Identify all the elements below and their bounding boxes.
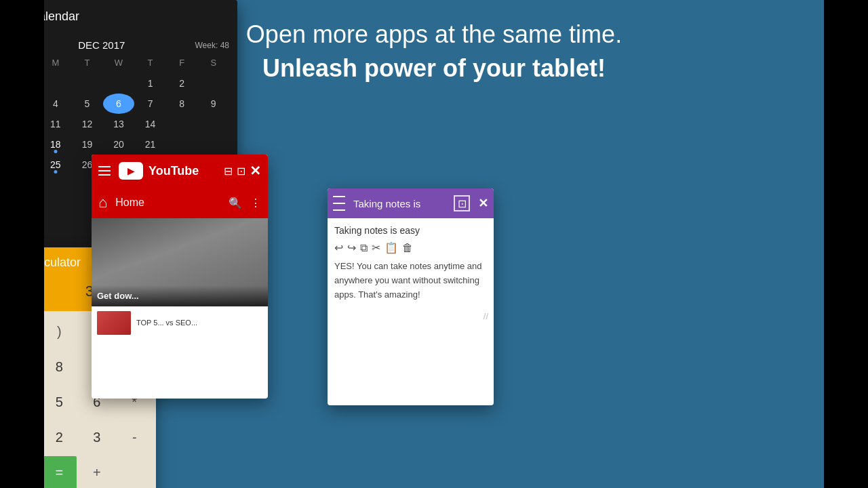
cal-day-empty xyxy=(166,114,198,134)
notes-menu-icon[interactable] xyxy=(333,196,348,211)
black-bar-right xyxy=(824,0,868,488)
notes-window: Taking notes is ⊡ ✕ Taking notes is easy… xyxy=(328,188,494,405)
youtube-nav-label: Home xyxy=(115,197,220,209)
notes-undo-btn[interactable]: ↩ xyxy=(334,241,343,254)
calc-btn-empty xyxy=(117,456,153,488)
notes-paste-btn[interactable]: 📋 xyxy=(384,241,398,254)
notes-titlebar: Taking notes is ⊡ ✕ xyxy=(328,188,494,218)
header-line1: Open more apps at the same time. xyxy=(0,20,868,49)
youtube-more-icon[interactable]: ⋮ xyxy=(250,197,261,209)
cal-day-4[interactable]: 4 xyxy=(40,94,72,114)
notes-maximize-btn[interactable]: ⊡ xyxy=(454,195,470,211)
youtube-controls: ⊟ ⊡ ✕ xyxy=(224,163,261,179)
header: Open more apps at the same time. Unleash… xyxy=(0,20,868,83)
youtube-thumbnail: Get dow... xyxy=(92,218,268,306)
cal-day-8[interactable]: 8 xyxy=(166,94,198,114)
cal-day-6[interactable]: 6 xyxy=(103,94,135,114)
cal-day-11[interactable]: 11 xyxy=(40,114,72,134)
youtube-minimize-btn[interactable]: ⊟ xyxy=(224,165,233,178)
notes-title: Taking notes is xyxy=(353,198,448,209)
cal-day-18[interactable]: 18 xyxy=(40,134,72,155)
youtube-menu-icon[interactable] xyxy=(98,163,113,178)
calc-btn-equals[interactable]: = xyxy=(42,456,77,488)
notes-body: Taking notes is easy ↩ ↪ ⧉ ✂ 📋 🗑 YES! Yo… xyxy=(328,218,494,308)
header-line2: Unleash power of your tablet! xyxy=(0,54,868,83)
calc-btn-5[interactable]: 5 xyxy=(42,386,77,418)
black-bar-left xyxy=(0,0,44,488)
cal-day-7[interactable]: 7 xyxy=(134,94,166,114)
youtube-nav: ⌂ Home 🔍 ⋮ xyxy=(92,187,268,218)
notes-close-btn[interactable]: ✕ xyxy=(478,196,488,211)
youtube-window: YouTube ⊟ ⊡ ✕ ⌂ Home 🔍 ⋮ Get dow... TOP … xyxy=(92,155,268,399)
notes-text: YES! You can take notes anytime and anyw… xyxy=(334,260,487,302)
youtube-search-icon[interactable]: 🔍 xyxy=(229,197,242,209)
notes-redo-btn[interactable]: ↪ xyxy=(347,241,356,254)
youtube-maximize-btn[interactable]: ⊡ xyxy=(237,165,245,178)
cal-day-empty xyxy=(166,134,198,155)
notes-cut-btn[interactable]: ✂ xyxy=(372,241,380,254)
cal-day-19[interactable]: 19 xyxy=(71,134,103,155)
cal-day-14[interactable]: 14 xyxy=(134,114,166,134)
calc-btn-8[interactable]: 8 xyxy=(42,350,77,383)
cal-day-empty xyxy=(197,114,229,134)
cal-day-9[interactable]: 9 xyxy=(197,94,229,114)
cal-day-25[interactable]: 25 xyxy=(40,155,72,175)
youtube-title: YouTube xyxy=(149,164,218,178)
youtube-list-item[interactable]: TOP 5... vs SEO... xyxy=(92,306,268,339)
youtube-close-btn[interactable]: ✕ xyxy=(250,163,261,179)
calc-btn-2[interactable]: 2 xyxy=(42,421,77,453)
youtube-list-thumb xyxy=(97,311,131,335)
notes-toolbar: ↩ ↪ ⧉ ✂ 📋 🗑 xyxy=(334,241,487,254)
calc-btn-3[interactable]: 3 xyxy=(79,421,115,453)
cal-day-12[interactable]: 12 xyxy=(71,114,103,134)
youtube-home-icon[interactable]: ⌂ xyxy=(98,194,107,211)
calc-btn-close-paren[interactable]: ) xyxy=(42,315,77,348)
cal-day-empty xyxy=(197,134,229,155)
youtube-logo xyxy=(119,162,143,180)
youtube-thumbnail-text: Get dow... xyxy=(92,285,268,306)
youtube-titlebar: YouTube ⊟ ⊡ ✕ xyxy=(92,155,268,187)
notes-copy-btn[interactable]: ⧉ xyxy=(360,242,368,254)
notes-resize: // xyxy=(328,308,494,324)
notes-delete-btn[interactable]: 🗑 xyxy=(402,242,413,254)
cal-day-20[interactable]: 20 xyxy=(103,134,135,155)
calc-btn-plus[interactable]: + xyxy=(79,456,115,488)
cal-day-13[interactable]: 13 xyxy=(103,114,135,134)
notes-subtitle: Taking notes is easy xyxy=(334,225,487,236)
cal-day-21[interactable]: 21 xyxy=(134,134,166,155)
calc-btn-minus[interactable]: - xyxy=(117,421,153,453)
youtube-list-title: TOP 5... vs SEO... xyxy=(136,318,197,327)
cal-day-5[interactable]: 5 xyxy=(71,94,103,114)
